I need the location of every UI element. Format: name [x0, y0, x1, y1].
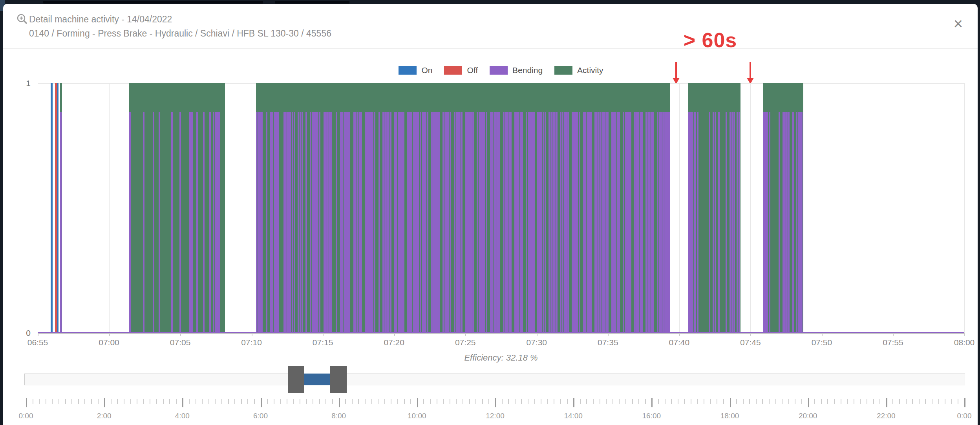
bending-bar	[191, 112, 193, 333]
timeline-minor-tick	[352, 399, 353, 404]
bending-bar	[587, 112, 588, 333]
bending-bar	[403, 112, 404, 333]
bending-bar	[499, 112, 500, 333]
bending-bar	[766, 112, 768, 333]
bending-bar	[801, 112, 803, 333]
bending-bar	[579, 112, 580, 333]
close-button[interactable]: ×	[954, 16, 963, 31]
timeline-major-tick	[26, 398, 27, 407]
timeline-minor-tick	[443, 399, 444, 404]
bending-bar	[477, 112, 478, 333]
bending-bar	[668, 112, 670, 333]
timeline-minor-tick	[202, 399, 203, 404]
timeline-tick-label: 14:00	[564, 412, 583, 420]
timeline-minor-tick	[541, 399, 541, 404]
legend-swatch-on	[399, 66, 417, 75]
bending-bar	[294, 112, 295, 333]
bending-bar	[413, 112, 414, 333]
bending-bar	[438, 112, 440, 333]
bending-bar	[664, 112, 666, 333]
x-tick-label: 07:40	[669, 338, 690, 347]
bending-bar	[261, 112, 263, 333]
timeline-minor-tick	[554, 399, 554, 404]
bending-bar	[374, 112, 375, 333]
slider-track[interactable]	[24, 374, 965, 385]
slider-handle-left[interactable]	[288, 366, 304, 393]
bending-bar	[472, 112, 474, 333]
timeline-minor-tick	[860, 399, 861, 404]
bending-baseline	[38, 332, 964, 333]
bending-bar	[541, 112, 542, 333]
bending-bar	[336, 112, 337, 333]
timeline-minor-tick	[938, 399, 939, 404]
bending-bar	[60, 112, 62, 333]
bending-bar	[277, 112, 279, 333]
bending-bar	[427, 112, 428, 333]
timeline-minor-tick	[163, 399, 164, 404]
bending-bar	[368, 112, 370, 333]
legend-item-on[interactable]: On	[399, 66, 432, 75]
bending-bar	[495, 112, 497, 333]
timeline-major-tick	[964, 398, 965, 407]
timeline-minor-tick	[143, 399, 144, 404]
bending-bar	[694, 112, 696, 333]
bending-bar	[688, 112, 690, 333]
timeline-minor-tick	[717, 399, 717, 404]
bending-bar	[649, 112, 651, 333]
timeline-minor-tick	[834, 399, 835, 404]
bending-bar	[533, 112, 535, 333]
timeline-minor-tick	[867, 399, 867, 404]
vertical-gridline	[109, 83, 110, 333]
x-axis-tick	[964, 333, 965, 336]
bending-bar	[494, 112, 495, 333]
x-tick-label: 07:55	[883, 338, 903, 347]
bending-bar	[213, 112, 214, 333]
timeline-minor-tick	[254, 399, 255, 404]
timeline-minor-tick	[638, 399, 639, 404]
bending-bar	[129, 112, 131, 333]
timeline-minor-tick	[463, 399, 463, 404]
bending-bar	[585, 112, 586, 333]
timeline-minor-tick	[137, 399, 137, 404]
bending-bar	[388, 112, 389, 333]
bending-bar	[270, 112, 272, 333]
timeline-minor-tick	[508, 399, 509, 404]
legend-item-bending[interactable]: Bending	[490, 66, 543, 75]
timeline-minor-tick	[325, 399, 326, 404]
timeline-minor-tick	[84, 399, 85, 404]
bending-bar	[171, 112, 173, 333]
bending-bar	[516, 112, 518, 333]
bending-bar	[528, 112, 529, 333]
legend-label: On	[421, 66, 432, 75]
timeline-minor-tick	[873, 399, 874, 404]
bending-bar	[347, 112, 349, 333]
timeline-minor-tick	[456, 399, 457, 404]
bending-bar	[290, 112, 291, 333]
timeline-minor-tick	[580, 399, 581, 404]
timeline-minor-tick	[743, 399, 744, 404]
timeline-minor-tick	[52, 399, 53, 404]
bending-bar	[275, 112, 277, 333]
timeline-minor-tick	[287, 399, 287, 404]
bending-bar	[779, 112, 780, 333]
bending-bar	[420, 112, 421, 333]
timeline-minor-tick	[345, 399, 346, 404]
slider-handle-right[interactable]	[330, 366, 347, 393]
machine-description: 0140 / Forming - Press Brake - Hydraulic…	[29, 28, 331, 39]
bending-bar	[442, 112, 444, 333]
timeline-minor-tick	[215, 399, 216, 404]
x-axis-line	[38, 333, 964, 334]
timeline-minor-tick	[912, 399, 913, 404]
legend-item-off[interactable]: Off	[444, 66, 478, 75]
timeline-minor-tick	[632, 399, 633, 404]
bending-bar	[378, 112, 380, 333]
timeline-minor-tick	[91, 399, 92, 404]
timeline-tick-label: 8:00	[331, 412, 346, 420]
bending-bar	[730, 112, 731, 333]
timeline-minor-tick	[469, 399, 470, 404]
timeline-major-tick	[182, 398, 183, 407]
legend-label: Off	[467, 66, 478, 75]
bending-bar	[431, 112, 433, 333]
x-tick-label: 07:10	[241, 338, 262, 347]
legend-item-activity[interactable]: Activity	[554, 66, 603, 75]
